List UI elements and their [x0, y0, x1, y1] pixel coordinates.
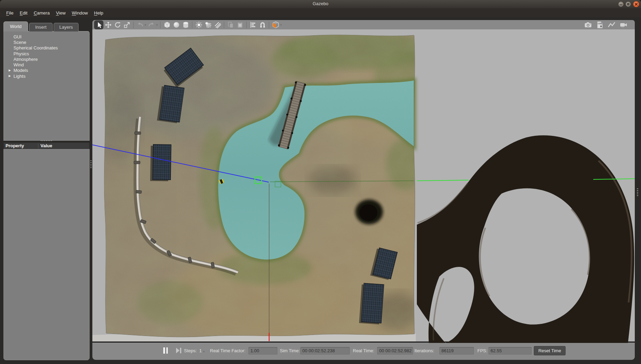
insert-cylinder-button[interactable]: [181, 20, 190, 29]
directional-light-icon: [214, 21, 221, 29]
tree-item-lights[interactable]: Lights: [4, 73, 89, 79]
minimize-icon: [620, 4, 622, 5]
plot-icon: [607, 21, 616, 29]
redo-button[interactable]: [147, 20, 156, 29]
svg-text:LOG: LOG: [598, 22, 602, 24]
menu-file[interactable]: File: [3, 9, 17, 17]
directional-light-button[interactable]: [213, 20, 222, 29]
titlebar[interactable]: Gazebo ✕: [0, 0, 641, 8]
box-shape-icon: [163, 21, 171, 29]
point-light-icon: [195, 21, 203, 29]
real-time-factor-field[interactable]: 1.00: [248, 347, 277, 355]
tree-item-spherical-coordinates[interactable]: Spherical Coordinates: [4, 45, 89, 51]
tab-world[interactable]: World: [3, 21, 28, 31]
toolbar: ▾ ▾: [92, 20, 635, 29]
view-angle-cube-icon: [272, 21, 280, 29]
viewport-3d-scene[interactable]: [92, 29, 635, 343]
scale-tool-button[interactable]: [122, 20, 131, 29]
panel-viewport-splitter[interactable]: [90, 160, 92, 169]
align-button[interactable]: [248, 20, 258, 29]
snap-magnet-icon: [259, 21, 266, 29]
video-record-button[interactable]: [619, 20, 628, 29]
gazebo-window: Gazebo ✕ File Edit Camera View Window He…: [0, 0, 641, 364]
select-arrow-tool-button[interactable]: [94, 20, 103, 29]
rotate-tool-button[interactable]: [113, 20, 122, 29]
insert-sphere-button[interactable]: [172, 20, 181, 29]
step-button[interactable]: [176, 347, 182, 355]
render-area: ▾ ▾: [92, 20, 635, 360]
point-light-button[interactable]: [194, 20, 203, 29]
redo-dropdown-caret[interactable]: ▾: [156, 23, 158, 27]
toolbar-separator: [133, 21, 134, 28]
undo-dropdown-caret[interactable]: ▾: [145, 23, 146, 27]
close-button[interactable]: ✕: [633, 1, 639, 7]
translate-tool-button[interactable]: [103, 20, 113, 29]
toolbar-separator: [192, 21, 192, 28]
right-edge-splitter[interactable]: [637, 188, 638, 197]
steps-dropdown-caret[interactable]: ▾: [203, 348, 205, 355]
expander-arrow-icon[interactable]: [9, 75, 13, 77]
panel-splitter-handle[interactable]: [41, 140, 53, 141]
log-record-button[interactable]: LOG: [595, 20, 604, 29]
iterations-label: Iterations:: [414, 347, 434, 355]
tab-insert[interactable]: Insert: [29, 23, 53, 31]
sphere-shape-icon: [173, 21, 180, 29]
menu-help[interactable]: Help: [91, 9, 107, 17]
window-title: Gazebo: [0, 1, 641, 6]
spot-light-icon: [204, 21, 212, 29]
menu-camera[interactable]: Camera: [31, 9, 53, 17]
maximize-button[interactable]: [625, 1, 631, 7]
menu-window[interactable]: Window: [69, 9, 91, 17]
tree-item-physics[interactable]: Physics: [4, 51, 89, 56]
toolbar-separator: [224, 21, 224, 28]
screenshot-camera-icon: [584, 21, 592, 29]
menubar: File Edit Camera View Window Help: [0, 8, 641, 17]
video-record-icon: [619, 21, 628, 29]
tree-item-gui[interactable]: GUI: [4, 34, 89, 39]
reset-time-button[interactable]: Reset Time: [534, 346, 566, 355]
select-arrow-icon: [95, 21, 103, 29]
translate-icon: [104, 21, 112, 29]
property-table-body[interactable]: [3, 149, 90, 360]
undo-button[interactable]: [135, 20, 145, 29]
steps-value[interactable]: 1: [199, 347, 202, 355]
menu-view[interactable]: View: [53, 9, 69, 17]
property-table-header: Property Value: [3, 142, 90, 149]
minimize-button[interactable]: [618, 1, 624, 7]
paste-button[interactable]: [235, 20, 245, 29]
statusbar: Steps: 1 ▾ Real Time Factor: 1.00 Sim Ti…: [92, 343, 635, 360]
close-icon: ✕: [634, 2, 638, 7]
spot-light-button[interactable]: [203, 20, 213, 29]
plot-button[interactable]: [607, 20, 616, 29]
screenshot-button[interactable]: [583, 20, 593, 29]
snap-button[interactable]: [258, 20, 267, 29]
paste-icon: [236, 21, 244, 29]
view-angle-button[interactable]: [271, 20, 280, 29]
view-angle-dropdown-caret[interactable]: ▾: [280, 23, 282, 27]
redo-icon: [148, 21, 155, 29]
tree-item-models[interactable]: Models: [4, 68, 89, 73]
sim-time-field[interactable]: 00 00:02:52.238: [300, 347, 350, 355]
copy-button[interactable]: [226, 20, 235, 29]
tab-layers[interactable]: Layers: [54, 23, 79, 31]
real-time-field[interactable]: 00 00:02:52.982: [377, 347, 413, 355]
tree-item-atmosphere[interactable]: Atmosphere: [4, 56, 89, 62]
maximize-icon: [627, 3, 629, 5]
insert-box-button[interactable]: [162, 20, 172, 29]
expander-arrow-icon[interactable]: [9, 69, 13, 72]
menu-edit[interactable]: Edit: [17, 9, 31, 17]
iterations-field[interactable]: 86119: [439, 347, 474, 355]
fps-field[interactable]: 62.55: [488, 347, 532, 355]
scale-icon: [123, 21, 131, 29]
column-divider[interactable]: [38, 143, 38, 148]
scene-render: [92, 29, 635, 343]
toolbar-separator: [246, 21, 247, 28]
undo-icon: [136, 21, 144, 29]
pause-button[interactable]: [163, 347, 169, 354]
tree-item-scene[interactable]: Scene: [4, 39, 89, 45]
property-column-header: Property: [6, 143, 24, 148]
sim-time-label: Sim Time:: [280, 347, 300, 355]
tree-item-wind[interactable]: Wind: [4, 62, 89, 67]
log-record-icon: LOG: [596, 21, 604, 29]
real-time-factor-label: Real Time Factor:: [210, 347, 246, 355]
